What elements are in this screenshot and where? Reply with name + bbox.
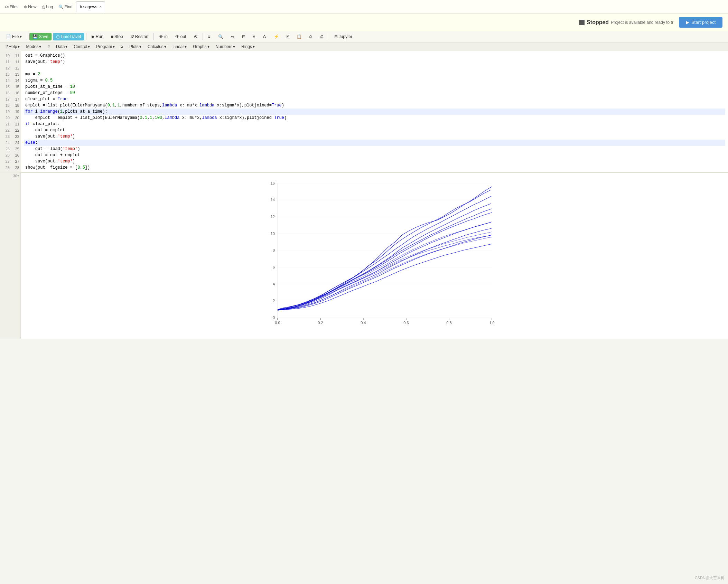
restart-button[interactable]: ↺ Restart — [128, 33, 152, 40]
jupyter-icon: ⊞ — [334, 34, 338, 39]
out-button[interactable]: 👁 out — [172, 33, 189, 40]
help-dropdown-icon: ▾ — [18, 44, 20, 49]
help-menu[interactable]: ? Help ▾ — [3, 43, 22, 50]
list-icon-button[interactable]: ≡ — [205, 33, 214, 40]
code-line[interactable]: out = Graphics() — [24, 53, 725, 59]
code-line[interactable]: emplot = emplot + list_plot(EulerMaruyam… — [24, 115, 725, 121]
line-number-row: 2222 — [0, 127, 21, 133]
x-menu[interactable]: x — [118, 43, 126, 50]
program-menu[interactable]: Program ▾ — [93, 43, 118, 50]
modes-menu[interactable]: Modes ▾ — [23, 43, 44, 50]
save-button[interactable]: 💾 Save — [29, 33, 51, 40]
search-icon: 🔍 — [218, 34, 223, 39]
code-line[interactable] — [24, 65, 725, 71]
svg-text:12: 12 — [271, 215, 275, 219]
code-line[interactable]: sigma = 0.5 — [24, 77, 725, 84]
timetravel-icon: ◷ — [56, 34, 59, 39]
svg-text:4: 4 — [273, 282, 275, 286]
plots-menu[interactable]: Plots ▾ — [127, 43, 144, 50]
jupyter-button[interactable]: ⊞ Jupyter — [331, 33, 355, 40]
line-number-row: 1011 — [0, 53, 21, 59]
play-icon: ▶ — [686, 20, 689, 25]
code-line[interactable]: save(out,'temp') — [24, 59, 725, 65]
svg-text:16: 16 — [271, 181, 275, 185]
start-project-button[interactable]: ▶ Start project — [679, 17, 722, 28]
code-line[interactable]: out = out + emplot — [24, 152, 725, 158]
linear-menu[interactable]: Linear ▾ — [170, 43, 189, 50]
svg-text:0.2: 0.2 — [318, 321, 323, 325]
code-line[interactable]: save(out,'temp') — [24, 158, 725, 164]
code-line[interactable]: emplot = list_plot(EulerMaruyama(0,1,1,n… — [24, 102, 725, 109]
font-size-A-button[interactable]: A — [260, 32, 269, 41]
tab-close-button[interactable]: × — [99, 5, 101, 9]
export-button[interactable]: ⎙ — [306, 33, 315, 40]
linear-dropdown-icon: ▾ — [185, 44, 187, 49]
plot-row: 30 ▾ — [0, 172, 728, 339]
code-line[interactable]: number_of_steps = 99 — [24, 90, 725, 96]
log-icon: ◷ — [42, 4, 45, 9]
separator-2 — [86, 33, 86, 40]
code-content[interactable]: out = Graphics()save(out,'temp') mu = 2s… — [21, 51, 728, 172]
code-line[interactable]: show(out, figsize = [8,5]) — [24, 164, 725, 171]
split-button[interactable]: ⇔ — [228, 33, 237, 40]
top-bar: 🗂 Files ⊕ New ◷ Log 🔍 Find b.sagews × — [0, 0, 728, 14]
in-icon: 👁 — [159, 34, 163, 39]
svg-text:6: 6 — [273, 265, 275, 269]
line-number-row: 1212 — [0, 65, 21, 71]
plots-dropdown-icon: ▾ — [139, 44, 141, 49]
stop-button[interactable]: ■ Stop — [108, 33, 126, 40]
nav-files[interactable]: 🗂 Files — [3, 4, 20, 9]
font-size-large-icon: A — [263, 34, 266, 39]
list-icon: ≡ — [208, 34, 211, 39]
stopped-badge: Stopped Project is available and ready t… — [579, 19, 673, 26]
nav-log[interactable]: ◷ Log — [40, 4, 55, 9]
numbers-menu[interactable]: Numbers ▾ — [213, 43, 238, 50]
help-icon: ? — [6, 44, 8, 49]
code-line[interactable]: out = emplot — [24, 127, 725, 133]
font-size-small-icon: A — [253, 35, 255, 39]
code-editor[interactable]: 1011111112121313141415151616171718181919… — [0, 51, 728, 172]
code-line[interactable]: for i in range(1,plots_at_a_time): — [24, 109, 725, 115]
active-tab[interactable]: b.sagews × — [76, 1, 105, 12]
timetravel-button[interactable]: ◷ TimeTravel — [53, 33, 84, 40]
control-menu[interactable]: Control ▾ — [71, 43, 93, 50]
file-dropdown-icon: ▾ — [20, 34, 22, 39]
tab-name: b.sagews — [80, 4, 97, 9]
in-button[interactable]: 👁 in — [156, 33, 170, 40]
modes-dropdown-icon: ▾ — [39, 44, 41, 49]
table-button[interactable]: ⊟ — [239, 33, 249, 40]
font-size-a-button[interactable]: A — [250, 34, 259, 40]
copy-button[interactable]: ⎘ — [283, 33, 292, 40]
control-dropdown-icon: ▾ — [88, 44, 90, 49]
numbers-dropdown-icon: ▾ — [233, 44, 235, 49]
code-line[interactable]: save(out,'temp') — [24, 133, 725, 140]
code-line[interactable]: clear_plot = True — [24, 96, 725, 102]
calculus-dropdown-icon: ▾ — [164, 44, 166, 49]
hash-menu[interactable]: # — [45, 43, 53, 50]
print-button[interactable]: 🖨 — [316, 33, 327, 40]
graphs-menu[interactable]: Graphs ▾ — [190, 43, 212, 50]
close-view-button[interactable]: ⊗ — [191, 33, 200, 40]
code-line[interactable]: mu = 2 — [24, 71, 725, 77]
run-button[interactable]: ▶ Run — [88, 33, 106, 40]
search-button[interactable]: 🔍 — [215, 33, 226, 40]
data-menu[interactable]: Data ▾ — [53, 43, 70, 50]
table-icon: ⊟ — [242, 34, 245, 39]
lightning-button[interactable]: ⚡ — [271, 33, 282, 40]
run-icon: ▶ — [92, 34, 95, 39]
paste-button[interactable]: 📋 — [293, 33, 305, 40]
find-icon: 🔍 — [58, 4, 64, 9]
file-menu-button[interactable]: 📄 File ▾ — [3, 33, 25, 40]
nav-find[interactable]: 🔍 Find — [56, 4, 74, 9]
toolbar: 📄 File ▾ 💾 Save ◷ TimeTravel ▶ Run ■ Sto… — [0, 31, 728, 43]
code-line[interactable]: plots_at_a_time = 10 — [24, 84, 725, 90]
line-number-row: 2727 — [0, 158, 21, 164]
code-line[interactable]: if clear_plot: — [24, 121, 725, 127]
calculus-menu[interactable]: Calculus ▾ — [145, 43, 169, 50]
rings-menu[interactable]: Rings ▾ — [239, 43, 258, 50]
nav-new[interactable]: ⊕ New — [22, 4, 38, 9]
code-line[interactable]: out = load('temp') — [24, 146, 725, 152]
separator-1 — [27, 33, 27, 40]
svg-text:0.0: 0.0 — [275, 321, 280, 325]
code-line[interactable]: else: — [24, 140, 725, 146]
